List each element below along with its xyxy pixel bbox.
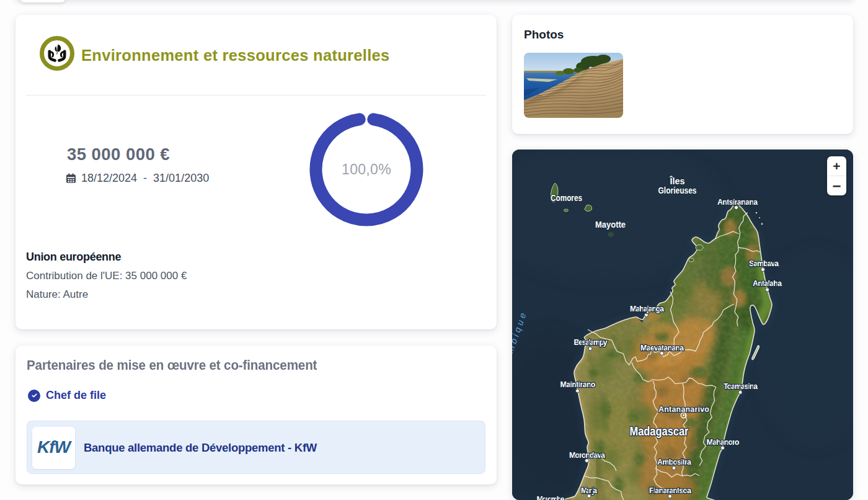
svg-text:Glorieuses: Glorieuses <box>658 185 697 195</box>
svg-text:Îles: Îles <box>669 176 684 186</box>
svg-text:Morondava: Morondava <box>569 451 606 460</box>
svg-text:Fianarantsoa: Fianarantsoa <box>649 486 692 495</box>
svg-text:Mahajanga: Mahajanga <box>630 305 665 313</box>
svg-text:Comores: Comores <box>551 193 582 203</box>
svg-text:Mahanoro: Mahanoro <box>707 438 740 447</box>
svg-text:Sambava: Sambava <box>749 259 779 268</box>
svg-text:Manja: Manja <box>581 486 598 495</box>
svg-text:Toamasina: Toamasina <box>724 382 758 391</box>
svg-text:Madagascar: Madagascar <box>630 424 689 438</box>
svg-text:Mayotte: Mayotte <box>595 220 626 230</box>
svg-text:Maevatanana: Maevatanana <box>640 344 684 352</box>
svg-text:Antananarivo: Antananarivo <box>658 405 709 414</box>
svg-text:Besalampy: Besalampy <box>574 338 608 347</box>
svg-text:Antsiranana: Antsiranana <box>717 198 758 207</box>
svg-text:Morombe: Morombe <box>537 495 565 500</box>
svg-text:Maintirano: Maintirano <box>560 380 596 389</box>
svg-text:Antalaha: Antalaha <box>753 279 782 288</box>
svg-text:Ambositra: Ambositra <box>657 458 692 467</box>
